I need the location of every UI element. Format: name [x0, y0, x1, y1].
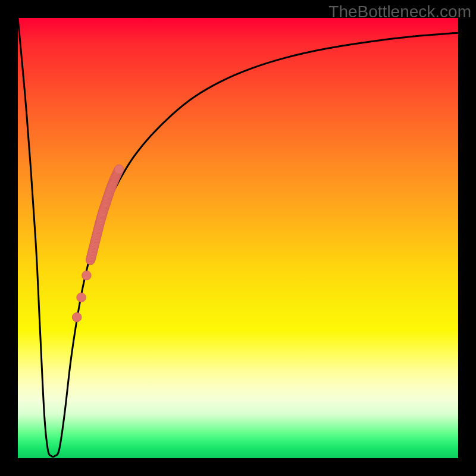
plot-area: [18, 18, 458, 458]
outer-frame: TheBottleneck.com: [0, 0, 476, 476]
data-marker: [82, 271, 92, 280]
data-marker: [77, 293, 86, 302]
markers-layer: [18, 18, 458, 458]
data-marker: [72, 312, 82, 322]
markers-group: [72, 165, 124, 322]
watermark-text: TheBottleneck.com: [328, 2, 471, 21]
data-marker: [114, 165, 124, 174]
